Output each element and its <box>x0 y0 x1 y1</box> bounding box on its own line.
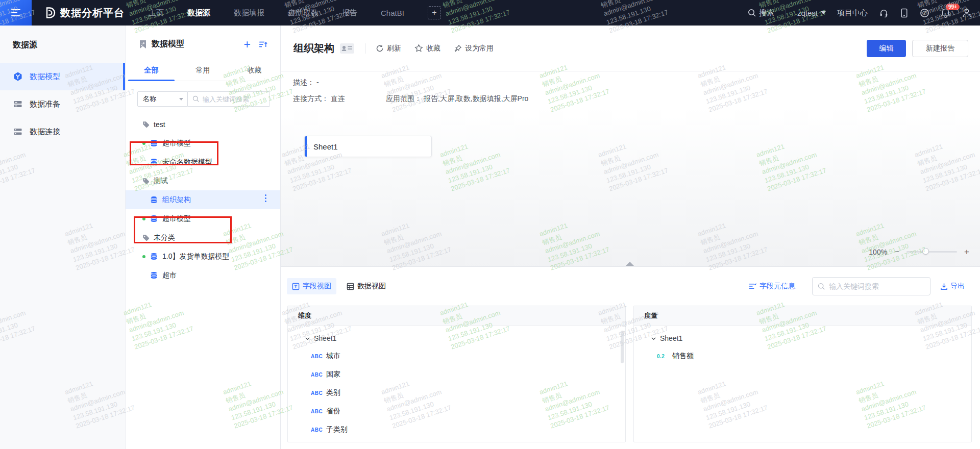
tree-model-shipping-order[interactable]: 1.0】发货单数据模型 <box>126 247 280 266</box>
scrollbar-thumb[interactable] <box>621 331 624 363</box>
model-tree: test 超市模型 未命名数据模型 测试 组织架构 超市模型 未分类 <box>126 115 280 285</box>
tree-tag-uncategorized[interactable]: 未分类 <box>126 228 280 247</box>
nav-item-report[interactable]: 报告 <box>342 8 357 18</box>
set-common-button[interactable]: 设为常用 <box>454 44 494 53</box>
svg-text:?: ? <box>923 10 926 16</box>
connection-value: 直连 <box>331 94 345 103</box>
zoom-out-button[interactable]: − <box>894 247 899 256</box>
model-description: 描述： - 连接方式：直连 应用范围：报告,大屏,取数,数据填报,大屏Pro <box>281 71 980 110</box>
dimension-field[interactable]: ABC 子类别 <box>288 420 625 439</box>
dimensions-group-sheet1[interactable]: Sheet1 <box>288 330 625 347</box>
dimension-field[interactable]: ABC 国家 <box>288 365 625 384</box>
main-header: 组织架构 刷新 收藏 设为常用 编辑 新建报告 <box>281 26 980 71</box>
tab-field-view[interactable]: 字段视图 <box>287 278 336 294</box>
chevron-down-icon <box>179 98 183 101</box>
tab-data-view[interactable]: 数据视图 <box>341 278 391 294</box>
add-model-button[interactable]: + <box>244 39 251 49</box>
notifications-button[interactable]: 99+ <box>941 8 950 18</box>
model-search-box <box>188 91 270 107</box>
tree-label: 超市模型 <box>162 214 191 223</box>
status-dot <box>142 217 145 220</box>
model-canvas[interactable]: Sheet1 100% − + <box>281 110 980 266</box>
model-info-badge[interactable] <box>339 43 355 54</box>
sidebar-item-label: 数据模型 <box>30 72 60 82</box>
tab-frequent[interactable]: 常用 <box>177 61 229 81</box>
tab-favorites[interactable]: 收藏 <box>229 61 280 81</box>
global-search-button[interactable]: 搜索 <box>748 8 774 18</box>
zoom-slider-handle[interactable] <box>922 248 929 255</box>
star-icon <box>414 44 423 53</box>
export-button[interactable]: 导出 <box>940 282 965 291</box>
tree-tag-test[interactable]: test <box>126 115 280 134</box>
tab-all[interactable]: 全部 <box>126 61 177 81</box>
tree-model-org-structure[interactable]: 组织架构 <box>126 190 280 209</box>
tree-model-supermarket-3[interactable]: 超市 <box>126 266 280 285</box>
dimensions-header: 维度 <box>288 306 625 326</box>
account-button[interactable] <box>962 8 972 18</box>
edit-button[interactable]: 编辑 <box>867 40 906 57</box>
row-more-menu[interactable] <box>265 194 266 202</box>
project-center-link[interactable]: 项目中心 <box>837 8 868 18</box>
help-icon: ? <box>920 8 929 18</box>
nav-item-selfservice[interactable]: 自助取数 <box>288 8 318 18</box>
search-icon <box>748 9 756 17</box>
sidebar-item-data-model[interactable]: 数据模型 <box>0 63 125 90</box>
navbar-divider <box>786 9 786 17</box>
tree-model-unnamed[interactable]: 未命名数据模型 <box>126 153 280 171</box>
mobile-icon <box>900 8 909 18</box>
headset-icon <box>879 8 889 18</box>
nav-item-datasource[interactable]: 数据源 <box>187 8 210 18</box>
tag-icon <box>142 120 150 129</box>
sheet-node[interactable]: Sheet1 <box>304 136 432 157</box>
filter-type-select[interactable]: 名称 <box>137 91 188 107</box>
desc-value: - <box>316 78 319 87</box>
sort-icon[interactable] <box>258 40 268 49</box>
dimension-field[interactable]: ABC 城市 <box>288 347 625 365</box>
tree-tag-ceshi[interactable]: 测试 <box>126 171 280 190</box>
nav-item-chatbi[interactable]: ChatBI <box>381 9 404 17</box>
number-type-icon: 0.2 <box>657 354 668 359</box>
sidebar-item-data-prep[interactable]: 数据准备 <box>0 90 125 118</box>
search-icon <box>192 95 200 103</box>
field-search-box <box>812 277 930 295</box>
tree-model-supermarket-2[interactable]: 超市模型 <box>126 209 280 228</box>
bookmark-icon <box>138 39 148 49</box>
data-view-icon <box>347 283 354 290</box>
support-button[interactable] <box>879 8 889 18</box>
help-button[interactable]: ? <box>920 8 929 18</box>
dimension-field[interactable]: ABC 省份 <box>288 402 625 420</box>
measure-field[interactable]: 0.2 销售额 <box>634 347 971 365</box>
left-sidebar: 数据源 数据模型 数据准备 数据连接 <box>0 26 126 449</box>
menu-toggle-button[interactable] <box>0 0 32 26</box>
dimensions-panel: 维度 Sheet1 ABC 城市 ABC 国家 ABC 类别 <box>287 306 626 442</box>
add-nav-tab-button[interactable]: + <box>428 6 441 19</box>
refresh-button[interactable]: 刷新 <box>376 44 401 53</box>
measures-group-sheet1[interactable]: Sheet1 <box>634 330 971 347</box>
tree-model-supermarket-1[interactable]: 超市模型 <box>126 134 280 153</box>
dimension-field[interactable]: ABC 类别 <box>288 384 625 402</box>
download-icon <box>940 283 948 290</box>
tree-label: 测试 <box>154 177 168 186</box>
zoom-in-button[interactable]: + <box>964 247 969 256</box>
zoom-slider[interactable] <box>906 251 957 253</box>
new-report-button[interactable]: 新建报告 <box>912 40 968 57</box>
collapse-panel-handle[interactable] <box>626 262 634 266</box>
field-search-input[interactable] <box>829 282 916 290</box>
sidebar-item-data-connection[interactable]: 数据连接 <box>0 118 125 145</box>
navbar-right: 搜索 zqtest 项目中心 ? 99+ <box>748 0 972 26</box>
pin-icon <box>454 44 462 53</box>
favorite-button[interactable]: 收藏 <box>414 44 440 53</box>
mobile-app-button[interactable] <box>900 8 909 18</box>
user-menu[interactable]: zqtest <box>797 9 826 17</box>
string-type-icon: ABC <box>311 409 322 414</box>
nav-item-datafill[interactable]: 数据填报 <box>234 8 264 18</box>
string-type-icon: ABC <box>311 372 322 378</box>
model-search-input[interactable] <box>203 95 264 103</box>
field-meta-button[interactable]: 字段元信息 <box>749 282 795 291</box>
chevron-down-icon <box>821 11 826 14</box>
string-type-icon: ABC <box>311 427 322 433</box>
tag-icon <box>142 234 150 242</box>
page-title: 组织架构 <box>293 41 334 55</box>
nav-item-home[interactable]: 主页 <box>149 8 164 18</box>
model-panel-tabs: 全部 常用 收藏 <box>126 61 280 81</box>
